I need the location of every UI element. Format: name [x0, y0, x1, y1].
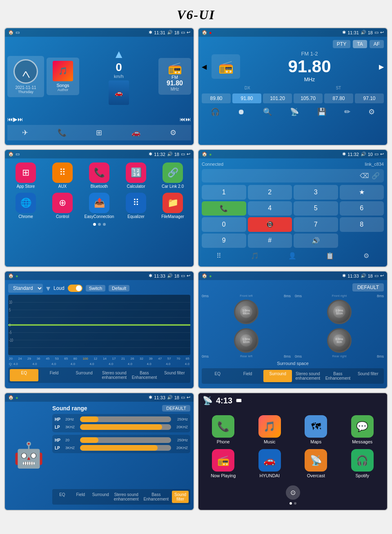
music-icon-btn[interactable]: 🎵: [251, 252, 259, 260]
cp-app-maps[interactable]: 🗺 Maps: [295, 415, 337, 444]
dialer-back[interactable]: ↩: [380, 151, 384, 157]
eq-tab-field[interactable]: Field: [40, 369, 69, 381]
fm-back[interactable]: ↩: [380, 30, 384, 35]
prev-btn[interactable]: ⏮: [7, 116, 13, 122]
eq-tab-bass[interactable]: Bass Enhancement: [130, 369, 159, 381]
dialer-input[interactable]: [206, 171, 360, 180]
dial-9[interactable]: 9: [202, 234, 246, 248]
sr-tab-surround[interactable]: Surround: [91, 491, 111, 503]
preset-3[interactable]: 101.20: [263, 93, 292, 103]
eq-switch-btn[interactable]: Switch: [86, 285, 105, 291]
apps-back[interactable]: ↩: [187, 151, 190, 157]
dial-0[interactable]: 0: [202, 217, 246, 232]
filter-lp2-slider[interactable]: [80, 445, 171, 451]
music-widget[interactable]: 🎵 Songs Author: [47, 58, 79, 95]
app-bluetooth[interactable]: 📞 Bluetooth: [82, 162, 116, 189]
back-1[interactable]: ↩: [187, 30, 190, 35]
fm-widget[interactable]: 📻 FM 91.80 MHz: [158, 58, 191, 95]
dial-1[interactable]: 1: [202, 185, 246, 200]
filter-hp2-slider[interactable]: [80, 437, 171, 443]
preset-1[interactable]: 89.80: [202, 93, 231, 103]
settings-icon[interactable]: ⚙: [170, 128, 176, 137]
rr-knob[interactable]: 0.0ms0cm: [327, 328, 352, 353]
eq-tab-stereo[interactable]: Stereo sound enhancement: [100, 369, 129, 381]
preset-5[interactable]: 87.80: [324, 93, 353, 103]
call-log-icon[interactable]: 📋: [326, 252, 334, 260]
fm-prev-btn[interactable]: ⏮: [180, 116, 185, 122]
app-control[interactable]: ⊕ Control: [46, 193, 79, 219]
app-equalizer[interactable]: ⠿ Equalizer: [119, 193, 153, 219]
fr-knob[interactable]: 1.0ms32cm: [327, 300, 352, 324]
fm-headphone-icon[interactable]: 🎧: [211, 107, 220, 116]
dial-7[interactable]: 7: [294, 217, 338, 232]
eq-tab-surround[interactable]: Surround: [70, 369, 98, 381]
dial-5[interactable]: 5: [294, 201, 338, 216]
send-icon[interactable]: ✈: [22, 128, 28, 137]
app-appstore[interactable]: ⊞ App Store: [9, 162, 42, 189]
dialer-input-row[interactable]: ⌫ 🔗: [202, 169, 384, 182]
cp-app-overcast[interactable]: 📡 Overcast: [295, 449, 337, 478]
dial-4[interactable]: 4: [248, 201, 292, 216]
fm-next-btn[interactable]: ⏭: [185, 116, 191, 122]
dial-hash[interactable]: #: [248, 234, 292, 248]
dial-call[interactable]: 📞: [202, 201, 246, 216]
backspace-icon[interactable]: ⌫: [360, 172, 369, 180]
sound-range-default-btn[interactable]: DEFAULT: [162, 405, 190, 412]
eq-tab-eq[interactable]: EQ: [10, 369, 38, 381]
eq-preset-select[interactable]: Standard Rock Pop: [8, 284, 43, 293]
sr-back[interactable]: ↩: [187, 395, 190, 400]
preset-2[interactable]: 91.80: [232, 93, 261, 103]
surr-tab-surround[interactable]: Surround: [263, 370, 292, 382]
sr-tab-stereo[interactable]: Stereo sound enhancement: [112, 491, 140, 503]
eq-loud-toggle[interactable]: [68, 285, 82, 292]
app-carlink[interactable]: 🔗 Car Link 2.0: [156, 162, 189, 189]
eq-tab-filter[interactable]: Sound filter: [160, 369, 189, 381]
cp-app-spotify[interactable]: 🎧 Spotify: [342, 449, 383, 478]
settings-icon-2[interactable]: ⚙: [363, 252, 369, 260]
surr-tab-field[interactable]: Field: [234, 370, 262, 382]
fm-signal-icon[interactable]: 📡: [290, 107, 299, 116]
surr-tab-eq[interactable]: EQ: [203, 370, 232, 382]
rl-knob[interactable]: 1.0ms32cm: [234, 328, 258, 353]
fm-next-station[interactable]: ▶: [379, 63, 384, 71]
fl-knob[interactable]: 1.0ms68cm: [234, 300, 258, 324]
cp-app-phone[interactable]: 📞 Phone: [203, 415, 244, 444]
dial-8[interactable]: 8: [340, 217, 384, 232]
dial-star[interactable]: ★: [340, 185, 384, 200]
sr-tab-bass[interactable]: Bass Enhancement: [142, 491, 170, 503]
fm-prev-station[interactable]: ◀: [202, 63, 207, 71]
app-chrome[interactable]: 🌐 Chrome: [9, 193, 42, 219]
sr-tab-eq[interactable]: EQ: [54, 491, 71, 503]
phone-icon[interactable]: 📞: [58, 128, 67, 137]
cp-app-hyundai[interactable]: 🚗 HYUNDAI: [249, 449, 291, 478]
dial-3[interactable]: 3: [294, 185, 338, 200]
carplay-home-btn[interactable]: ⊙: [286, 485, 300, 500]
dial-hangup[interactable]: 📵: [248, 217, 292, 232]
preset-6[interactable]: 97.10: [355, 93, 384, 103]
cp-app-nowplaying[interactable]: 📻 Now Playing: [203, 449, 244, 478]
sr-tab-filter[interactable]: Sound filter: [172, 491, 189, 503]
surr-tab-stereo[interactable]: Stereo sound enhancement: [294, 370, 322, 382]
surr-tab-filter[interactable]: Sound filter: [354, 370, 382, 382]
fm-toggle-icon[interactable]: ⏺: [238, 108, 245, 116]
dial-volume[interactable]: 🔊: [294, 234, 338, 248]
drive-icon[interactable]: 🚗: [131, 128, 140, 137]
surr-back[interactable]: ↩: [380, 273, 384, 278]
navi-widget[interactable]: ▲ 0 km/h 🚗: [82, 48, 156, 105]
filter-hp1-slider[interactable]: [80, 416, 171, 422]
app-filemanager[interactable]: 📁 FileManager: [156, 193, 189, 219]
filter-lp1-slider[interactable]: [80, 424, 171, 430]
fm-search-icon[interactable]: 🔍: [263, 107, 272, 116]
af-btn[interactable]: AF: [370, 40, 384, 48]
apps-icon[interactable]: ⊞: [96, 128, 102, 137]
app-easyconnection[interactable]: 📤 EasyConnection: [82, 193, 116, 219]
cp-app-music[interactable]: 🎵 Music: [249, 415, 291, 444]
fm-settings-icon[interactable]: ⚙: [368, 107, 375, 116]
app-calculator[interactable]: 🔢 Calculator: [119, 162, 153, 189]
play-btn[interactable]: ▶: [13, 116, 18, 122]
fm-save-icon[interactable]: 💾: [317, 107, 326, 116]
app-aux[interactable]: ⠿ AUX: [46, 162, 79, 189]
next-btn[interactable]: ⏭: [18, 116, 23, 122]
surround-default-btn[interactable]: DEFAULT: [352, 283, 384, 291]
eq-back[interactable]: ↩: [187, 273, 190, 278]
